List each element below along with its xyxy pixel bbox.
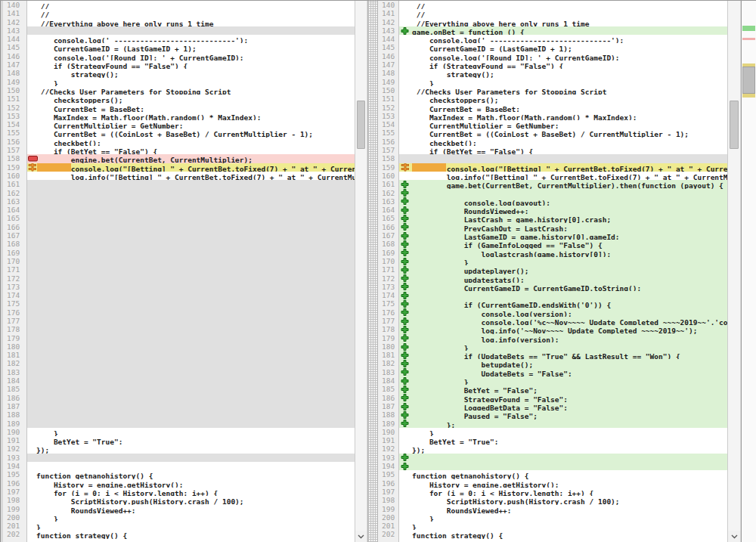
code-row[interactable]: // bbox=[27, 9, 355, 17]
code-row[interactable]: function strategy() { bbox=[27, 530, 355, 538]
code-row[interactable] bbox=[399, 291, 727, 299]
code-row[interactable]: ScriptHistory.push(History.crash / 100); bbox=[399, 496, 727, 504]
code-row[interactable]: CurrentMultiplier = GetNumber; bbox=[27, 120, 355, 129]
code-row[interactable]: console.log(' --------------------------… bbox=[27, 35, 355, 43]
code-row[interactable]: log.info("[Betting] " + CurrentBet.toFix… bbox=[399, 172, 727, 180]
code-row[interactable]: //Checks User Parameters for Stopping Sc… bbox=[27, 86, 355, 94]
code-row[interactable]: game.bet(CurrentBet, CurrentMultiplier).… bbox=[399, 180, 727, 188]
code-row[interactable]: } bbox=[399, 257, 727, 265]
code-row[interactable]: //Checks User Parameters for Stopping Sc… bbox=[399, 86, 727, 94]
code-row[interactable]: } bbox=[27, 428, 355, 436]
code-row[interactable]: }); bbox=[399, 444, 727, 453]
code-row[interactable]: console.log("[Betting] " + CurrentBet.to… bbox=[399, 163, 727, 172]
code-row[interactable]: engine.bet(CurrentBet, CurrentMultiplier… bbox=[27, 154, 355, 163]
code-row[interactable]: CurrentBet = ((CoinLost + BaseBet) / Cur… bbox=[399, 129, 727, 137]
left-scroll-down-button[interactable] bbox=[355, 531, 367, 542]
code-row[interactable]: log.info("[Betting] " + CurrentBet.toFix… bbox=[27, 172, 355, 180]
code-row[interactable]: console.log('[Round ID]: ' + CurrentGame… bbox=[27, 52, 355, 60]
code-row[interactable] bbox=[399, 189, 727, 197]
code-row[interactable]: LastCrash = game.history[0].crash; bbox=[399, 214, 727, 222]
left-vertical-scrollbar[interactable] bbox=[355, 0, 367, 542]
code-row[interactable]: History = engine.getHistory(); bbox=[399, 479, 727, 488]
code-row[interactable]: } bbox=[27, 78, 355, 86]
code-row[interactable]: console.log('%c~~Nov~~~~ Update Complete… bbox=[399, 317, 727, 325]
code-row[interactable]: console.log(version); bbox=[399, 308, 727, 317]
code-row[interactable]: History = engine.getHistory(); bbox=[27, 479, 355, 488]
code-row[interactable]: if (UpdateBets == "True" && LastResult =… bbox=[399, 351, 727, 359]
code-row[interactable]: } bbox=[27, 522, 355, 530]
code-row[interactable]: //Everything above here only runs 1 time bbox=[27, 18, 355, 26]
code-row[interactable]: BetYet = "False"; bbox=[399, 385, 727, 393]
code-row[interactable]: } bbox=[399, 376, 727, 385]
code-row[interactable]: RoundsViewed++; bbox=[399, 505, 727, 513]
code-row[interactable]: function strategy() { bbox=[399, 530, 727, 538]
code-row[interactable]: LastGameID = game.history[0].gameId; bbox=[399, 231, 727, 240]
code-row[interactable]: console.log("[Betting] " + CurrentBet.to… bbox=[27, 163, 355, 172]
code-row[interactable] bbox=[399, 454, 727, 462]
code-row[interactable]: } bbox=[399, 522, 727, 530]
right-pane[interactable]: // // //Everything above here only runs … bbox=[399, 0, 728, 542]
code-row[interactable]: game.onBet = function () { bbox=[399, 26, 727, 35]
code-row[interactable]: } bbox=[399, 78, 727, 86]
code-row[interactable]: if (BetYet == "False") { bbox=[27, 146, 355, 154]
code-row[interactable]: CurrentBet = BaseBet; bbox=[27, 104, 355, 112]
code-row[interactable]: // bbox=[399, 1, 727, 9]
right-scroll-down-button[interactable] bbox=[728, 531, 740, 542]
code-row[interactable]: strategy(); bbox=[27, 69, 355, 77]
code-row[interactable]: loglastcrash(game.history[0]); bbox=[399, 249, 727, 257]
code-row[interactable]: function getnanohistory() { bbox=[399, 470, 727, 479]
code-row[interactable]: BetYet = "True"; bbox=[27, 436, 355, 444]
code-row[interactable]: checkstoppers(); bbox=[399, 94, 727, 103]
right-vertical-scrollbar[interactable] bbox=[728, 0, 741, 542]
code-row[interactable]: } bbox=[399, 428, 727, 436]
code-row[interactable]: } bbox=[399, 342, 727, 351]
code-row[interactable]: strategy(); bbox=[399, 69, 727, 77]
code-row[interactable]: CurrentGameID = (LastGameID + 1); bbox=[27, 43, 355, 51]
code-row[interactable]: } bbox=[399, 513, 727, 522]
code-row[interactable]: function getnanohistory() { bbox=[27, 470, 355, 479]
code-row[interactable]: MaxIndex = Math.floor(Math.random() * Ma… bbox=[27, 112, 355, 120]
code-row[interactable]: RoundsViewed++; bbox=[27, 505, 355, 513]
code-row[interactable]: console.log('[Round ID]: ' + CurrentGame… bbox=[399, 52, 727, 60]
code-row[interactable]: ScriptHistory.push(History.crash / 100); bbox=[27, 496, 355, 504]
code-row[interactable]: // bbox=[27, 1, 355, 9]
code-row[interactable]: CurrentGameID = CurrentGameID.toString()… bbox=[399, 283, 727, 291]
code-row[interactable]: log.info('~~Nov~~~~ Update Completed ~~~… bbox=[399, 325, 727, 333]
code-row[interactable]: PrevCashOut = LastCrash; bbox=[399, 223, 727, 231]
code-row[interactable]: BetYet = "True"; bbox=[399, 436, 727, 444]
code-row[interactable]: Paused = "False"; bbox=[399, 410, 727, 419]
code-row[interactable]: }; bbox=[399, 420, 727, 428]
code-row[interactable]: checkstoppers(); bbox=[27, 94, 355, 103]
code-row[interactable]: console.log(payout); bbox=[399, 197, 727, 206]
code-row[interactable]: if (GameInfoLogged == "False") { bbox=[399, 240, 727, 248]
code-row[interactable]: UpdateBets = "False"; bbox=[399, 368, 727, 376]
code-row[interactable]: updatestats(); bbox=[399, 274, 727, 283]
code-row[interactable]: LoggedBetData = "False"; bbox=[399, 402, 727, 410]
diff-overview-map[interactable] bbox=[741, 0, 756, 542]
code-row[interactable]: //Everything above here only runs 1 time bbox=[399, 18, 727, 26]
code-row[interactable]: CurrentBet = BaseBet; bbox=[399, 104, 727, 112]
code-row[interactable]: updateplayer(); bbox=[399, 265, 727, 274]
code-row[interactable]: CurrentGameID = (LastGameID + 1); bbox=[399, 43, 727, 51]
code-row[interactable]: CurrentMultiplier = GetNumber; bbox=[399, 120, 727, 129]
left-scrollbar-thumb[interactable] bbox=[357, 101, 365, 149]
code-row[interactable]: MaxIndex = Math.floor(Math.random() * Ma… bbox=[399, 112, 727, 120]
code-row[interactable]: if (CurrentGameID.endsWith('0')) { bbox=[399, 299, 727, 308]
code-row[interactable]: // bbox=[399, 9, 727, 17]
code-row[interactable]: betupdate(); bbox=[399, 359, 727, 367]
left-pane[interactable]: // // //Everything above here only runs … bbox=[27, 0, 355, 542]
code-row[interactable]: StrategyFound = "False"; bbox=[399, 394, 727, 402]
code-row[interactable]: checkbet(); bbox=[399, 138, 727, 146]
code-row[interactable] bbox=[27, 462, 355, 470]
code-row[interactable] bbox=[399, 462, 727, 470]
code-row[interactable]: console.log(' --------------------------… bbox=[399, 35, 727, 43]
code-row[interactable]: if (BetYet == "False") { bbox=[399, 146, 727, 154]
pane-splitter[interactable] bbox=[367, 0, 378, 542]
code-row[interactable]: for (i = 0; i < History.length; i++) { bbox=[27, 488, 355, 496]
code-row[interactable]: }); bbox=[27, 444, 355, 453]
code-row[interactable]: CurrentBet = ((CoinLost + BaseBet) / Cur… bbox=[27, 129, 355, 137]
code-row[interactable]: if (StrategyFound == "False") { bbox=[399, 60, 727, 69]
code-row[interactable]: if (StrategyFound == "False") { bbox=[27, 60, 355, 69]
code-row[interactable]: for (i = 0; i < History.length; i++) { bbox=[399, 488, 727, 496]
code-row[interactable]: log.info(version); bbox=[399, 334, 727, 342]
